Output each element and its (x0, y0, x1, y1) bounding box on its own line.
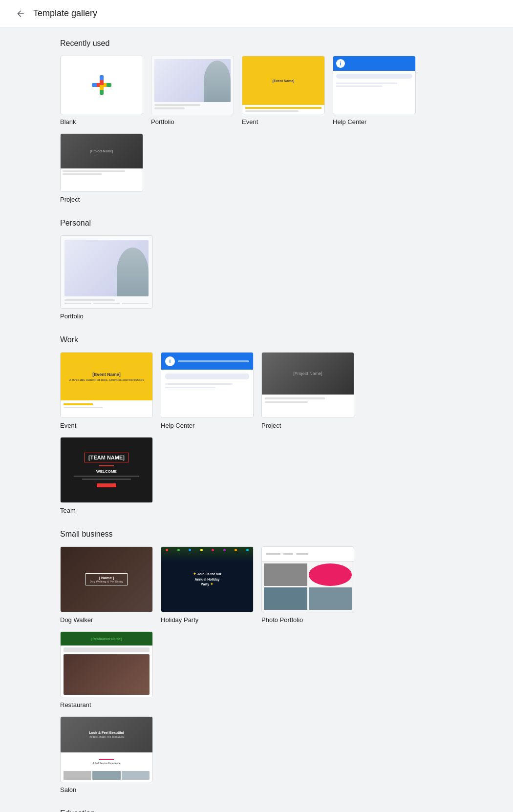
template-thumb-helpcenter-recent: i (333, 56, 416, 114)
template-thumb-portfolio-recent (151, 56, 234, 114)
template-label-restaurant: Restaurant (60, 701, 153, 708)
salon-sub-text: The Best Image. The Best Styles. (88, 735, 125, 738)
template-thumb-team-work: [TEAM NAME] WELCOME (60, 437, 153, 503)
salon-body-text: A Full Service Experience (93, 762, 121, 765)
personal-grid: Portfolio (60, 235, 453, 320)
small-business-grid-row2: Look & Feel Beautiful The Best Image. Th… (60, 716, 453, 793)
dw-sub-text: Dog Walking & Pet Sitting (90, 580, 123, 583)
section-personal: Personal (60, 219, 453, 320)
template-salon[interactable]: Look & Feel Beautiful The Best Image. Th… (60, 716, 153, 793)
template-thumb-event-work: [Event Name] A three-day summit of talks… (60, 352, 153, 418)
template-label-event-recent: Event (242, 118, 325, 125)
restaurant-name-text: [Restaurant Name] (91, 637, 122, 641)
template-label-salon: Salon (60, 786, 153, 793)
template-event-work[interactable]: [Event Name] A three-day summit of talks… (60, 352, 153, 429)
template-portfolio-personal[interactable]: Portfolio (60, 235, 153, 320)
template-label-portfolio-personal: Portfolio (60, 312, 153, 320)
header: Template gallery (0, 0, 513, 27)
template-thumb-event-recent: [Event Name] (242, 56, 325, 114)
template-thumb-salon: Look & Feel Beautiful The Best Image. Th… (60, 716, 153, 782)
template-thumb-restaurant: [Restaurant Name] (60, 631, 153, 697)
work-grid: [Event Name] A three-day summit of talks… (60, 352, 453, 514)
template-holiday[interactable]: ✦ Join us for ourAnnual HolidayParty ✦ H… (161, 546, 254, 624)
template-thumb-dogwalker: [ Name ] Dog Walking & Pet Sitting (60, 546, 153, 612)
template-label-event-work: Event (60, 422, 153, 429)
template-thumb-portfolio-personal (60, 235, 153, 309)
template-label-helpcenter-work: Help Center (161, 422, 254, 429)
template-event-recent[interactable]: [Event Name] Event (242, 56, 325, 125)
page-title: Template gallery (33, 8, 97, 19)
template-thumb-photoportfolio (261, 546, 354, 612)
holiday-text-label: Join us for ourAnnual HolidayParty (195, 572, 222, 586)
template-thumb-holiday: ✦ Join us for ourAnnual HolidayParty ✦ (161, 546, 254, 612)
salon-title-text: Look & Feel Beautiful (89, 731, 124, 734)
template-thumb-helpcenter-work: i (161, 352, 254, 418)
section-title-education: Education (60, 809, 453, 812)
team-welcome-text: WELCOME (96, 469, 117, 474)
template-team-work[interactable]: [TEAM NAME] WELCOME Team (60, 437, 153, 514)
recently-used-grid: Blank (60, 56, 453, 203)
template-thumb-blank (60, 56, 143, 114)
template-label-holiday: Holiday Party (161, 616, 254, 624)
template-helpcenter-work[interactable]: i Help Center (161, 352, 254, 429)
template-label-portfolio-recent: Portfolio (151, 118, 234, 125)
section-small-business: Small business [ Name ] Dog Walking & Pe… (60, 530, 453, 793)
section-title-small-business: Small business (60, 530, 453, 539)
dw-name-text: [ Name ] (90, 576, 123, 580)
project-name-text: [Project Name] (90, 149, 113, 153)
template-helpcenter-recent[interactable]: i Help Center (333, 56, 416, 125)
plus-icon (92, 75, 111, 95)
section-title-personal: Personal (60, 219, 453, 228)
section-education: Education CLASS NAME Class (60, 809, 453, 812)
section-recently-used: Recently used Blank (60, 39, 453, 203)
team-name-label: [TEAM NAME] (84, 453, 129, 462)
template-dogwalker[interactable]: [ Name ] Dog Walking & Pet Sitting Dog W… (60, 546, 153, 624)
template-project-recent[interactable]: [Project Name] Project (60, 133, 143, 203)
template-blank[interactable]: Blank (60, 56, 143, 125)
template-restaurant[interactable]: [Restaurant Name] Restaurant (60, 631, 153, 708)
template-label-project-recent: Project (60, 196, 143, 203)
template-thumb-project-recent: [Project Name] (60, 133, 143, 192)
main-content: Recently used Blank (37, 27, 476, 812)
template-label-team-work: Team (60, 507, 153, 514)
template-label-project-work: Project (261, 422, 354, 429)
template-label-blank: Blank (60, 118, 143, 125)
hc-logo: i (336, 59, 345, 68)
small-business-grid: [ Name ] Dog Walking & Pet Sitting Dog W… (60, 546, 453, 708)
template-portfolio-recent[interactable]: Portfolio (151, 56, 234, 125)
template-thumb-project-work: [Project Name] (261, 352, 354, 418)
section-work: Work [Event Name] A three-day summit of … (60, 335, 453, 514)
template-project-work[interactable]: [Project Name] Project (261, 352, 354, 429)
section-title-recently-used: Recently used (60, 39, 453, 48)
event-name-text: [Event Name] (273, 79, 295, 83)
template-label-helpcenter-recent: Help Center (333, 118, 416, 125)
template-photoportfolio[interactable]: Photo Portfolio (261, 546, 354, 624)
template-label-dogwalker: Dog Walker (60, 616, 153, 624)
section-title-work: Work (60, 335, 453, 344)
back-button[interactable] (12, 5, 29, 22)
template-label-photoportfolio: Photo Portfolio (261, 616, 354, 624)
